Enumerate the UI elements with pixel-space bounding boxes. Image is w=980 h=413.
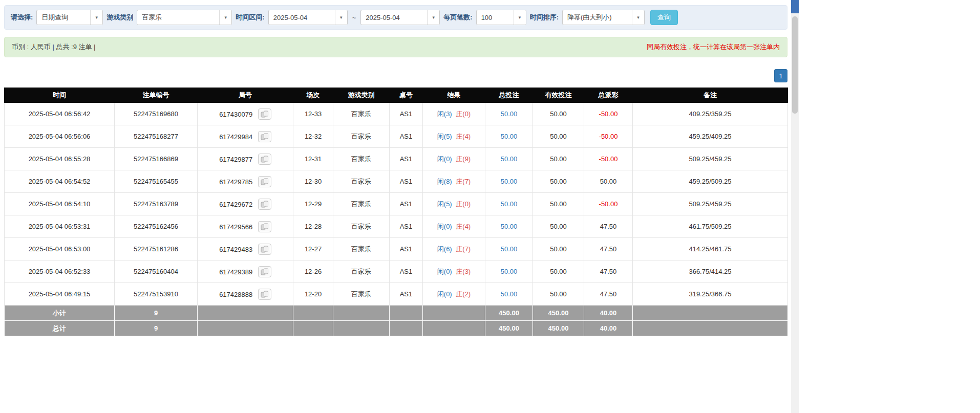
query-type-value: 日期查询 — [41, 13, 68, 22]
cell-table-number: AS1 — [390, 215, 423, 238]
cards-icon[interactable] — [258, 154, 271, 165]
cell-total-bet: 50.00 — [485, 193, 533, 215]
cell-valid-bet: 50.00 — [533, 148, 584, 170]
cards-icon[interactable] — [258, 221, 271, 232]
chevron-down-icon: ▾ — [427, 10, 439, 25]
game-type-dropdown[interactable]: 百家乐 ▾ — [137, 10, 232, 25]
cell-result: 闲(5) 庄(0) — [423, 193, 485, 215]
round-number-text: 617429566 — [219, 223, 252, 230]
cell-time: 2025-05-04 06:53:31 — [5, 215, 115, 238]
cell-table-number: AS1 — [390, 238, 423, 260]
cell-session: 12-27 — [293, 238, 333, 260]
subtotal-label: 小计 — [5, 306, 115, 321]
cell-result: 闲(0) 庄(3) — [423, 260, 485, 283]
sort-order-label: 时间排序: — [530, 13, 559, 22]
total-bet-link[interactable]: 50.00 — [501, 245, 518, 253]
sort-order-dropdown[interactable]: 降幂(由大到小) ▾ — [562, 10, 645, 25]
per-page-value: 100 — [481, 14, 493, 21]
total-bet-link[interactable]: 50.00 — [501, 290, 518, 298]
date-to-dropdown[interactable]: 2025-05-04 ▾ — [360, 10, 440, 25]
cell-result: 闲(0) 庄(4) — [423, 215, 485, 238]
cell-valid-bet: 50.00 — [533, 125, 584, 148]
cell-payout: 47.50 — [584, 283, 633, 306]
select-label: 请选择: — [11, 13, 33, 22]
result-player: 闲(8) — [437, 178, 452, 185]
cell-remark: 459.25/509.25 — [633, 170, 788, 193]
column-header: 结果 — [423, 88, 485, 103]
total-payout: 40.00 — [584, 321, 633, 336]
total-bet-link[interactable]: 50.00 — [501, 223, 518, 230]
subtotal-valid-bet: 450.00 — [533, 306, 584, 321]
total-bet-link[interactable]: 50.00 — [501, 155, 518, 163]
cell-bet-number: 522475168277 — [115, 125, 198, 148]
cards-icon[interactable] — [258, 244, 271, 255]
query-type-dropdown[interactable]: 日期查询 ▾ — [36, 10, 103, 25]
result-banker: 庄(9) — [456, 155, 471, 163]
date-from-dropdown[interactable]: 2025-05-04 ▾ — [268, 10, 348, 25]
cell-session: 12-29 — [293, 193, 333, 215]
query-button[interactable]: 查询 — [650, 10, 678, 25]
cell-remark: 366.75/414.25 — [633, 260, 788, 283]
result-banker: 庄(7) — [456, 178, 471, 185]
scrollbar-accent — [791, 0, 799, 13]
table-body: 2025-05-04 06:56:42 522475169680 6174300… — [5, 103, 788, 306]
table-row: 2025-05-04 06:54:52 522475165455 6174297… — [5, 170, 788, 193]
cell-bet-number: 522475153910 — [115, 283, 198, 306]
result-player: 闲(3) — [437, 110, 452, 118]
cell-game-type: 百家乐 — [333, 103, 390, 125]
cell-game-type: 百家乐 — [333, 215, 390, 238]
cell-valid-bet: 50.00 — [533, 193, 584, 215]
scrollbar-thumb[interactable] — [792, 16, 798, 114]
cell-bet-number: 522475161286 — [115, 238, 198, 260]
column-header: 游戏类别 — [333, 88, 390, 103]
column-header: 注单编号 — [115, 88, 198, 103]
cell-total-bet: 50.00 — [485, 125, 533, 148]
cards-icon[interactable] — [258, 176, 271, 187]
page-1-button[interactable]: 1 — [774, 69, 787, 82]
cell-valid-bet: 50.00 — [533, 170, 584, 193]
cell-game-type: 百家乐 — [333, 148, 390, 170]
date-to-value: 2025-05-04 — [366, 14, 400, 21]
grand-total-row: 总计 9 450.00 450.00 40.00 — [5, 321, 788, 336]
cards-icon[interactable] — [258, 108, 271, 120]
cell-session: 12-26 — [293, 260, 333, 283]
cards-icon[interactable] — [258, 199, 271, 210]
result-player: 闲(0) — [437, 268, 452, 275]
cell-payout: 50.00 — [584, 170, 633, 193]
table-row: 2025-05-04 06:55:28 522475166869 6174298… — [5, 148, 788, 170]
table-footer: 小计 9 450.00 450.00 40.00 总计 9 4 — [5, 306, 788, 336]
column-header: 备注 — [633, 88, 788, 103]
cell-payout: -50.00 — [584, 148, 633, 170]
cards-icon[interactable] — [258, 131, 271, 142]
scrollbar[interactable] — [791, 0, 799, 413]
result-banker: 庄(2) — [456, 290, 471, 298]
cell-round-number: 617429672 — [198, 193, 293, 215]
page: 请选择: 日期查询 ▾ 游戏类别 百家乐 ▾ 时间区间: 2025-05-04 … — [4, 5, 787, 336]
tilde-separator: ~ — [351, 14, 357, 21]
cell-table-number: AS1 — [390, 283, 423, 306]
cell-empty — [633, 306, 788, 321]
column-header: 桌号 — [390, 88, 423, 103]
cell-session: 12-30 — [293, 170, 333, 193]
cell-valid-bet: 50.00 — [533, 238, 584, 260]
cell-result: 闲(0) 庄(2) — [423, 283, 485, 306]
total-bet-link[interactable]: 50.00 — [501, 200, 518, 208]
bet-records-table: 时间注单编号局号场次游戏类别桌号结果总投注有效投注总派彩备注 2025-05-0… — [4, 88, 788, 336]
total-bet-link[interactable]: 50.00 — [501, 133, 518, 140]
cards-icon[interactable] — [258, 266, 271, 277]
total-bet-link[interactable]: 50.00 — [501, 268, 518, 275]
cell-total-bet: 50.00 — [485, 103, 533, 125]
table-row: 2025-05-04 06:53:31 522475162456 6174295… — [5, 215, 788, 238]
cell-payout: 47.50 — [584, 238, 633, 260]
cell-valid-bet: 50.00 — [533, 215, 584, 238]
per-page-dropdown[interactable]: 100 ▾ — [476, 10, 526, 25]
total-total-bet: 450.00 — [485, 321, 533, 336]
subtotal-row: 小计 9 450.00 450.00 40.00 — [5, 306, 788, 321]
round-number-text: 617428888 — [219, 290, 252, 298]
cell-round-number: 617429984 — [198, 125, 293, 148]
cards-icon[interactable] — [258, 289, 271, 300]
table-row: 2025-05-04 06:52:33 522475160404 6174293… — [5, 260, 788, 283]
total-bet-link[interactable]: 50.00 — [501, 178, 518, 185]
total-bet-link[interactable]: 50.00 — [501, 110, 518, 118]
cell-time: 2025-05-04 06:56:06 — [5, 125, 115, 148]
